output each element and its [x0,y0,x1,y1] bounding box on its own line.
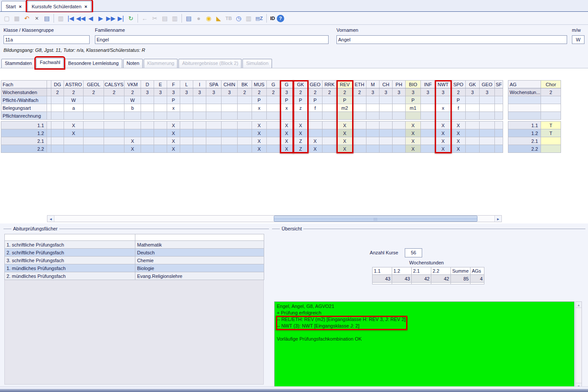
grid-cell[interactable] [323,137,337,145]
ag-cell[interactable] [541,145,561,153]
hint-bulb-icon[interactable]: ◉ [204,14,214,24]
grid-cell[interactable] [206,104,222,112]
grid-cell[interactable] [495,122,503,129]
grid-cell[interactable] [380,145,393,153]
grid-cell[interactable] [84,129,104,137]
grid-cell[interactable] [366,104,380,112]
grid-cell[interactable] [267,137,280,145]
grid-cell[interactable] [64,112,84,120]
ag-cell[interactable] [541,96,561,104]
close-icon[interactable]: × [19,4,21,9]
grid-cell[interactable] [480,122,495,129]
grid-cell[interactable]: X [124,145,141,153]
grid-cell[interactable]: 3 [480,88,495,96]
grid-cell[interactable] [353,137,366,145]
refresh-icon[interactable]: ↻ [126,14,136,24]
grid-cell[interactable]: X [337,122,353,129]
grid-cell[interactable] [141,145,154,153]
grid-cell[interactable] [47,88,51,96]
klasse-input[interactable] [3,35,90,44]
grid-cell[interactable] [267,122,280,129]
grid-cell[interactable] [180,112,193,120]
tab-fachwahl[interactable]: Fachwahl [36,58,64,68]
grid-cell[interactable] [222,96,238,104]
grid-cell[interactable] [421,137,435,145]
grid-cell[interactable] [353,104,366,112]
ag-cell[interactable]: T [541,122,561,129]
ag-cell[interactable] [541,104,561,112]
grid-cell[interactable]: X [308,145,323,153]
grid-cell[interactable] [180,96,193,104]
grid-cell[interactable]: 2 [238,88,252,96]
grid-cell[interactable]: P [451,96,466,104]
grid-cell[interactable] [84,137,104,145]
grid-cell[interactable]: X [167,137,180,145]
grid-cell[interactable] [366,137,380,145]
grid-cell[interactable] [141,96,154,104]
grid-cell[interactable]: z [293,104,308,112]
grid-cell[interactable] [206,145,222,153]
grid-cell[interactable] [353,122,366,129]
grid-cell[interactable] [308,112,323,120]
grid-cell[interactable] [480,129,495,137]
scroll-right-icon[interactable]: ▸ [494,216,501,222]
grid-cell[interactable]: 3 [180,88,193,96]
fast-next-record-icon[interactable]: ▶▶ [106,14,116,24]
clock-icon[interactable]: ◷ [234,14,244,24]
grid-cell[interactable] [193,145,206,153]
grid-cell[interactable]: X [406,129,421,137]
log-vertical-scrollbar[interactable]: ▴ ▾ [575,301,582,389]
grid-cell[interactable] [480,112,495,120]
grid-cell[interactable] [293,112,308,120]
grid-cell[interactable] [47,122,51,129]
grid-cell[interactable] [47,129,51,137]
grid-cell[interactable] [252,112,267,120]
grid-cell[interactable] [466,104,480,112]
abitur-row-value[interactable]: Deutsch [135,249,264,257]
fast-prev-record-icon[interactable]: ◀◀ [76,14,86,24]
grid-cell[interactable]: x [280,104,293,112]
grid-cell[interactable] [466,137,480,145]
undo-icon[interactable]: ↶ [22,14,32,24]
grid-cell[interactable] [104,104,124,112]
grid-cell[interactable]: 3 [280,88,293,96]
grid-cell[interactable] [406,112,421,120]
grid-cell[interactable] [124,112,141,120]
grid-cell[interactable] [435,112,451,120]
grid-cell[interactable]: x [167,104,180,112]
ag-cell[interactable] [541,112,561,120]
grid-cell[interactable] [141,122,154,129]
grid-cell[interactable] [154,137,167,145]
bell-icon[interactable]: ◣ [214,14,224,24]
grid-cell[interactable]: X [337,129,353,137]
grid-cell[interactable] [323,129,337,137]
grid-cell[interactable] [267,145,280,153]
grid-cell[interactable]: f [308,104,323,112]
grid-cell[interactable] [51,104,64,112]
grid-cell[interactable] [380,122,393,129]
grid-cell[interactable] [141,112,154,120]
grid-cell[interactable] [193,112,206,120]
grid-cell[interactable]: X [451,145,466,153]
grid-cell[interactable] [193,104,206,112]
grid-cell[interactable] [480,104,495,112]
grid-cell[interactable] [51,96,64,104]
grid-cell[interactable]: X [406,137,421,145]
grid-cell[interactable] [64,137,84,145]
grid-cell[interactable] [380,104,393,112]
grid-cell[interactable] [154,122,167,129]
grid-cell[interactable] [84,104,104,112]
grid-cell[interactable] [193,96,206,104]
grid-cell[interactable]: x [435,104,451,112]
grid-cell[interactable] [167,112,180,120]
print-icon[interactable]: ▤ [184,14,194,24]
grid-cell[interactable]: X [337,145,353,153]
grid-cell[interactable]: 3 [406,88,421,96]
grid-cell[interactable]: X [308,137,323,145]
grid-cell[interactable]: W [64,96,84,104]
grid-cell[interactable] [47,104,51,112]
grid-cell[interactable] [206,129,222,137]
grid-cell[interactable] [366,122,380,129]
grid-cell[interactable] [51,137,64,145]
grid-cell[interactable] [154,112,167,120]
